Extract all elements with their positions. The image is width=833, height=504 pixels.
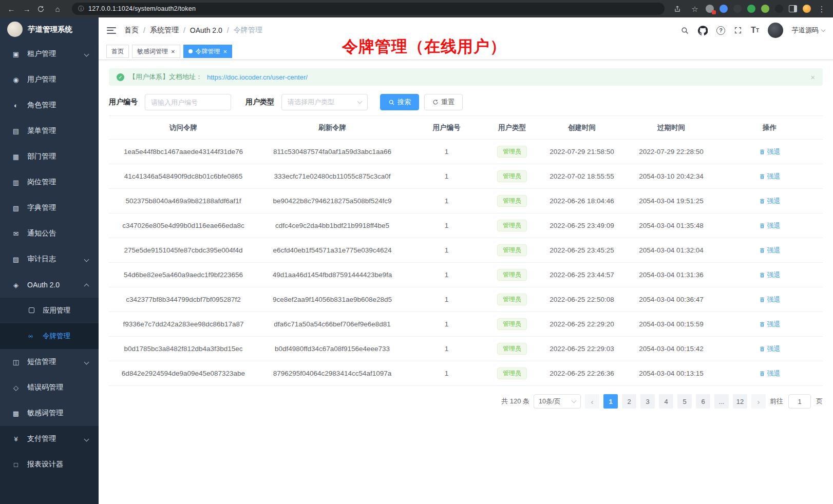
app-logo[interactable]: 芋道管理系统 <box>0 17 99 41</box>
force-logout-button[interactable]: 强退 <box>759 221 781 230</box>
profile-avatar-icon[interactable] <box>803 5 811 13</box>
page-button-2[interactable]: 2 <box>622 394 636 409</box>
sidebar-item-dict[interactable]: ▧ 字典管理 <box>0 195 99 221</box>
extension-icon[interactable] <box>747 5 755 13</box>
user-type-tag: 管理员 <box>497 343 527 355</box>
breadcrumb-oauth[interactable]: OAuth 2.0 <box>190 26 222 34</box>
sidebar-item-dept[interactable]: ▦ 部门管理 <box>0 144 99 169</box>
font-size-icon[interactable]: TT <box>751 26 759 35</box>
extension-icon[interactable] <box>733 5 742 13</box>
reload-icon[interactable] <box>37 5 47 13</box>
sidebar-item-payment[interactable]: ¥ 支付管理 <box>0 426 99 452</box>
doc-link[interactable]: https://doc.iocoder.cn/user-center/ <box>207 73 308 81</box>
page-button-12[interactable]: 12 <box>733 394 747 409</box>
extensions-puzzle-icon[interactable] <box>761 5 769 13</box>
action-cell: 强退 <box>716 164 823 189</box>
created-cell: 2022-07-02 18:55:55 <box>538 164 626 189</box>
force-logout-button[interactable]: 强退 <box>759 295 781 304</box>
force-logout-button[interactable]: 强退 <box>759 147 781 157</box>
user-menu[interactable]: 芋道源码 <box>792 26 825 35</box>
user-id-cell: 1 <box>407 361 486 386</box>
sidebar-item-token-management[interactable]: 令牌管理 <box>0 323 99 349</box>
user-type-tag: 管理员 <box>497 367 527 380</box>
page-button-5[interactable]: 5 <box>677 394 692 409</box>
close-icon[interactable]: × <box>223 48 228 55</box>
page-button-4[interactable]: 4 <box>659 394 673 409</box>
force-logout-button[interactable]: 强退 <box>759 246 781 255</box>
help-icon[interactable]: ? <box>716 26 725 35</box>
sidebar-toggle-icon[interactable] <box>107 27 116 34</box>
extension-icon[interactable] <box>706 5 714 13</box>
site-info-icon[interactable]: ⓘ <box>78 5 84 13</box>
tenant-icon: ▣ <box>11 50 21 58</box>
breadcrumb-home[interactable]: 首页 <box>124 26 139 35</box>
force-logout-button[interactable]: 强退 <box>759 369 781 378</box>
tab-sensitive-words[interactable]: 敏感词管理 × <box>132 45 180 58</box>
browser-menu-icon[interactable]: ⋮ <box>817 5 827 13</box>
user-id-input[interactable] <box>145 94 231 110</box>
breadcrumb-system[interactable]: 系统管理 <box>150 26 179 35</box>
table-row: f9336e7c7dd242a283ee98dc86b17a87 dfa6c71… <box>109 312 823 337</box>
more-pages-button[interactable]: ... <box>714 394 729 409</box>
force-logout-button[interactable]: 强退 <box>759 197 781 206</box>
tab-label: 敏感词管理 <box>137 47 168 56</box>
page-button-6[interactable]: 6 <box>696 394 710 409</box>
user-type-select[interactable]: 请选择用户类型 <box>281 94 368 110</box>
alert-close-icon[interactable]: × <box>810 73 815 82</box>
sidebar-item-sms[interactable]: ◫ 短信管理 <box>0 349 99 375</box>
sidebar-item-label: 菜单管理 <box>27 126 56 135</box>
dictionary-icon: ▧ <box>11 204 21 212</box>
home-icon[interactable]: ⌂ <box>52 5 63 13</box>
refresh-token-cell: dfa6c71a50a54c66bef706ef9e6e8d81 <box>258 312 407 337</box>
sidebar-item-post[interactable]: ▥ 岗位管理 <box>0 169 99 195</box>
sidebar-item-oauth[interactable]: ◈ OAuth 2.0 <box>0 272 99 298</box>
sidebar-item-tenant[interactable]: ▣ 租户管理 <box>0 41 99 67</box>
sidebar-item-audit-log[interactable]: ▨ 审计日志 <box>0 246 99 272</box>
extension-icon[interactable] <box>720 5 728 13</box>
fullscreen-icon[interactable] <box>734 26 742 34</box>
address-bar[interactable]: ⓘ 127.0.0.1:1024/system/oauth2/token <box>72 3 665 15</box>
force-logout-button[interactable]: 强退 <box>759 344 781 354</box>
user-type-tag: 管理员 <box>497 294 527 306</box>
sidebar-item-app-management[interactable]: 应用管理 <box>0 298 99 323</box>
user-avatar[interactable] <box>768 23 783 38</box>
refresh-token-cell: 333ecfc71e02480cb11055c875c3ca0f <box>258 164 407 189</box>
side-panel-icon[interactable] <box>789 5 797 12</box>
sidebar-item-label: 岗位管理 <box>27 178 56 187</box>
page-button-3[interactable]: 3 <box>640 394 655 409</box>
force-logout-button[interactable]: 强退 <box>759 320 781 329</box>
tab-home[interactable]: 首页 <box>106 45 129 58</box>
extension-icon[interactable] <box>775 5 783 13</box>
action-cell: 强退 <box>716 312 823 337</box>
goto-page-input[interactable] <box>788 394 811 409</box>
search-icon[interactable] <box>680 26 689 35</box>
tab-token-management[interactable]: 令牌管理 × <box>183 45 233 58</box>
forward-icon[interactable]: → <box>22 5 32 13</box>
post-icon: ▥ <box>11 179 21 186</box>
sidebar-item-error-code[interactable]: ◇ 错误码管理 <box>0 375 99 400</box>
sidebar-item-menu[interactable]: ▤ 菜单管理 <box>0 118 99 144</box>
prev-page-button[interactable]: ‹ <box>585 394 599 409</box>
next-page-button[interactable]: › <box>751 394 766 409</box>
sidebar-item-sensitive-words[interactable]: ▩ 敏感词管理 <box>0 400 99 426</box>
sidebar-item-role[interactable]: ◐ 角色管理 <box>0 92 99 118</box>
user-type-cell: 管理员 <box>486 189 538 214</box>
force-logout-button[interactable]: 强退 <box>759 172 781 181</box>
search-button[interactable]: 搜索 <box>380 94 419 110</box>
expires-cell: 2054-03-10 20:42:34 <box>626 164 716 189</box>
audit-log-icon: ▨ <box>11 256 21 263</box>
sidebar-item-report-designer[interactable]: □ 报表设计器 <box>0 452 99 477</box>
sidebar-item-user[interactable]: ◉ 用户管理 <box>0 67 99 92</box>
github-icon[interactable] <box>698 26 708 35</box>
breadcrumb-current: 令牌管理 <box>234 26 262 35</box>
back-icon[interactable]: ← <box>6 5 16 13</box>
close-icon[interactable]: × <box>171 48 175 55</box>
table-row: 275e5de9151045fe87cbdc395e004f4d e6cfd40… <box>109 238 823 263</box>
reset-button[interactable]: 重置 <box>424 94 463 110</box>
force-logout-button[interactable]: 强退 <box>759 270 781 280</box>
bookmark-star-icon[interactable]: ☆ <box>690 5 700 13</box>
page-size-select[interactable]: 10条/页 <box>534 394 581 409</box>
share-icon[interactable] <box>674 5 684 13</box>
sidebar-item-notice[interactable]: ✉ 通知公告 <box>0 221 99 246</box>
page-button-1[interactable]: 1 <box>603 394 618 409</box>
